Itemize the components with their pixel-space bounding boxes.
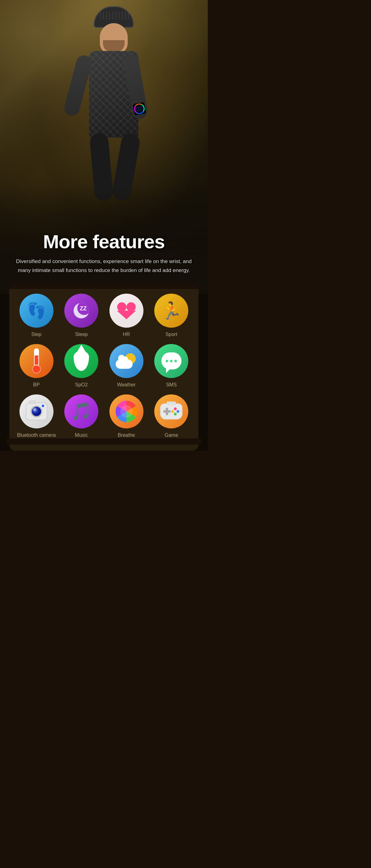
hero-section: More features Diversified and convenient…: [0, 0, 208, 294]
step-label: Step: [31, 331, 41, 338]
game-controller: [160, 403, 182, 420]
hero-subtitle: Diversified and convenient functions, ex…: [12, 257, 195, 275]
music-icon: 🎵: [64, 395, 98, 428]
thermo-body: [34, 348, 39, 365]
step-icon-symbol: 👣: [27, 302, 46, 320]
sms-dots: [166, 360, 177, 362]
watch-screen: [133, 102, 146, 116]
beard: [103, 40, 125, 53]
zzz-text: ZZ: [80, 305, 87, 312]
dpad: [163, 408, 171, 415]
thermo-line-2: [38, 354, 39, 355]
thermo-bulb: [32, 365, 41, 373]
feature-item-breathe: Breathe: [105, 395, 148, 439]
feature-item-bluetooth-camera: Bluetooth camera: [16, 395, 58, 439]
feature-item-music: 🎵 Music: [61, 395, 103, 439]
hr-label: HR: [123, 331, 130, 338]
hr-icon: [110, 294, 144, 328]
bluetooth-camera-icon: [20, 395, 54, 428]
hero-text-container: More features Diversified and convenient…: [0, 231, 208, 275]
game-buttons: [171, 407, 179, 415]
btn-right: [177, 410, 179, 413]
sms-icon: [154, 344, 188, 378]
sms-dot-3: [174, 360, 177, 362]
sms-label: SMS: [166, 382, 177, 388]
breathe-label: Breathe: [118, 432, 135, 439]
spo2-label: SpO2: [75, 382, 88, 388]
feature-item-weather: Weather: [105, 344, 148, 388]
cloud-shape: [116, 360, 133, 369]
sleep-icon-inner: ZZ: [73, 303, 89, 318]
game-icon: [154, 395, 188, 428]
watch-ring: [133, 103, 145, 115]
runner-symbol: 🏃: [161, 301, 182, 321]
thermo-line-1: [38, 351, 39, 352]
sms-dot-1: [166, 360, 168, 362]
weather-label: Weather: [117, 382, 136, 388]
sport-label: Sport: [165, 331, 177, 338]
sms-dot-2: [170, 360, 173, 362]
page-wrapper: More features Diversified and convenient…: [0, 0, 208, 451]
music-label: Music: [75, 432, 88, 439]
sleep-icon: ZZ: [64, 294, 98, 328]
btn-bottom: [174, 413, 177, 415]
feature-item-sms: SMS: [151, 344, 193, 388]
spo2-icon: [64, 344, 98, 378]
bluetooth-dot: [42, 405, 44, 407]
sport-icon: 🏃: [154, 294, 188, 328]
heart-bottom: [117, 311, 136, 319]
hero-title: More features: [12, 231, 195, 252]
feature-item-sleep: ZZ Sleep: [61, 294, 103, 338]
feature-item-bp: BP: [16, 344, 58, 388]
feature-item-hr: HR: [105, 294, 148, 338]
feature-item-spo2: SpO2: [61, 344, 103, 388]
bluetooth-camera-label: Bluetooth camera: [17, 432, 56, 439]
bp-icon: [20, 344, 54, 378]
head: [100, 23, 128, 54]
thermo-line-3: [38, 358, 39, 358]
features-section: 👣 Step ZZ Sleep: [9, 284, 198, 451]
weather-icon-inner: [116, 352, 137, 370]
breathe-icon: [110, 395, 144, 428]
smartwatch: [131, 101, 147, 117]
camera-lens: [31, 406, 42, 417]
dpad-vertical: [166, 408, 168, 415]
breathe-spiral: [116, 401, 137, 422]
game-label: Game: [164, 432, 178, 439]
camera-outer: [26, 402, 47, 421]
sms-bubble: [161, 352, 182, 369]
music-note-symbol: 🎵: [71, 401, 92, 421]
camera-top: [29, 401, 36, 404]
bp-label: BP: [33, 382, 39, 388]
btn-left: [171, 410, 174, 413]
breathe-center: [120, 405, 133, 417]
thermometer: [32, 348, 41, 373]
feature-item-game: Game: [151, 395, 193, 439]
feature-item-step: 👣 Step: [16, 294, 58, 338]
heart-shape: [117, 302, 136, 319]
person-figure: [64, 6, 163, 216]
thermo-lines: [38, 351, 39, 358]
weather-icon: [110, 344, 144, 378]
features-grid: 👣 Step ZZ Sleep: [16, 294, 192, 438]
step-icon: 👣: [20, 294, 54, 328]
btn-top: [174, 407, 177, 410]
water-drop: [73, 351, 89, 371]
feature-item-sport: 🏃 Sport: [151, 294, 193, 338]
sleep-label: Sleep: [75, 331, 88, 338]
